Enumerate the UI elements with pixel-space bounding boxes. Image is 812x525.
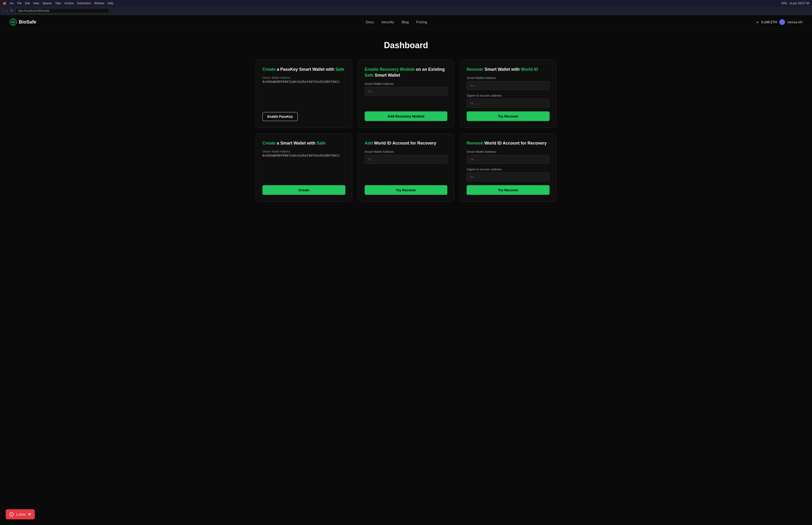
os-bar: 🍎 Arc File Edit View Spaces Tabs Archive… [0,0,812,6]
owner-label: Owner Wallet Address [262,76,346,79]
title-keyword: Add [365,141,373,146]
battery-indicator: 50% [781,2,787,5]
smart-wallet-address-input-3[interactable] [466,155,550,164]
main-nav: Docs Security Blog Pricing [366,20,427,24]
error-toast: ! 1 error ✕ [6,509,35,519]
try-recover-button-2[interactable]: Try Recover [365,185,448,195]
signer-address-input[interactable] [466,99,550,108]
title-accent: Safe [317,141,325,146]
nav-security[interactable]: Security [381,20,394,24]
svg-point-3 [13,21,14,23]
biosafe-logo-icon [10,18,17,26]
title-text: a PassKey Smart Wallet with [277,67,335,72]
page-title: Dashboard [10,41,802,50]
edit-menu[interactable]: Edit [25,2,30,5]
apple-menu[interactable]: 🍎 [3,2,6,5]
field-label-1: Smart Wallet Address [466,150,550,153]
card-title-recover-world-id: Recover Smart Wallet with World ID [466,66,550,72]
os-bar-right: 50% 14 juil. 08:57:39 [781,2,809,5]
toast-close-button[interactable]: ✕ [28,512,31,516]
view-menu[interactable]: View [33,2,39,5]
logo[interactable]: BioSafe [10,18,36,26]
help-menu[interactable]: Help [108,2,113,5]
field-smart-wallet: Smart Wallet Address [365,82,448,96]
window-menu[interactable]: Window [94,2,104,5]
field-smart-wallet: Smart Wallet Address [466,150,550,164]
spaces-menu[interactable]: Spaces [43,2,52,5]
card-title-enable-recovery: Enable Recovery Module on an Existing Sa… [365,66,448,78]
field-label: Smart Wallet Address [365,150,448,153]
card-title-remove-world-id: Remove World ID Account for Recovery [466,140,550,146]
card-title-add-world-id: Add World ID Account for Recovery [365,140,448,146]
smart-wallet-address-input[interactable] [466,81,550,90]
card-enable-recovery: Enable Recovery Module on an Existing Sa… [358,60,455,128]
owner-address: 0x458aBd98f89A72a0c5a26af46f42a2E180CF9d… [262,154,346,157]
owner-label: Owner Wallet Address [262,150,346,153]
title-keyword: Create [262,141,276,146]
field-label-2: Signer to recover address [466,168,550,171]
toast-message: 1 error [16,512,26,516]
nav-blog[interactable]: Blog [401,20,409,24]
title-keyword: Recover [466,67,483,72]
owner-info: Owner Wallet Address 0x458aBd98f89A72a0c… [262,150,346,157]
browser-refresh-icon[interactable]: ↻ [10,9,13,13]
time-display: 14 juil. 08:57:39 [789,2,809,5]
field-label: Smart Wallet Address [365,82,448,86]
smart-wallet-address-input[interactable] [365,87,448,96]
toast-error-icon: ! [10,512,14,516]
field-smart-wallet: Smart Wallet Address [365,150,448,164]
nav-pricing[interactable]: Pricing [416,20,427,24]
avatar [779,19,785,25]
title-keyword: Remove [466,141,483,146]
try-recover-button-3[interactable]: Try Recover [466,185,550,195]
add-recovery-module-button[interactable]: Add Recovery Module [365,111,448,121]
archive-menu[interactable]: Archive [64,2,74,5]
title-keyword: Enable Recovery Module [365,67,415,72]
arc-label: Arc [10,2,14,5]
field-smart-wallet: Smart Wallet Address [466,76,550,90]
file-menu[interactable]: File [17,2,21,5]
title-accent: Safe [365,73,373,77]
card-title-create-safe: Create a Smart Wallet with Safe [262,140,346,146]
extensions-menu[interactable]: Extensions [77,2,91,5]
try-recover-button-1[interactable]: Try Recover [466,111,550,121]
wallet-name: weeaa.eth [787,20,802,24]
title-text: World ID Account for Recovery [484,141,547,146]
title-suffix: Smart Wallet [375,73,400,77]
title-accent: Safe [335,67,344,72]
card-create-passkey: Create a PassKey Smart Wallet with Safe … [256,60,352,128]
eth-amount: 0.248 ETH [761,20,777,24]
tabs-menu[interactable]: Tabs [55,2,61,5]
field-label-1: Smart Wallet Address [466,76,550,80]
main-content: Dashboard Create a PassKey Smart Wallet … [0,29,812,213]
logo-text: BioSafe [19,19,36,25]
app-header: BioSafe Docs Security Blog Pricing ◈ 0.2… [0,15,812,29]
browser-bar: ‹ › ↻ http://localhost:3003/safe [0,6,812,15]
title-accent: World ID [521,67,538,72]
eth-icon: ◈ [756,20,759,24]
title-text: a Smart Wallet with [277,141,317,146]
title-keyword: Create [262,67,276,72]
owner-address: 0x458aBd98f89A72a0c5a26af46f42a2E180CF9d… [262,80,346,84]
title-text: Smart Wallet with [485,67,521,72]
field-label-2: Signer to recover address [466,94,550,97]
cards-grid: Create a PassKey Smart Wallet with Safe … [256,60,556,201]
create-button[interactable]: Create [262,185,346,195]
card-title-create-passkey: Create a PassKey Smart Wallet with Safe [262,66,346,72]
owner-info: Owner Wallet Address 0x458aBd98f89A72a0c… [262,76,346,84]
field-signer: Signer to recover address [466,94,550,108]
title-text: World ID Account for Recovery [374,141,436,146]
smart-wallet-address-input-2[interactable] [365,155,448,164]
os-bar-left: 🍎 Arc File Edit View Spaces Tabs Archive… [3,2,113,5]
nav-docs[interactable]: Docs [366,20,374,24]
wallet-info[interactable]: ◈ 0.248 ETH weeaa.eth [756,19,802,25]
card-create-safe: Create a Smart Wallet with Safe Owner Wa… [256,134,352,201]
url-bar[interactable]: http://localhost:3003/safe [16,8,109,13]
field-signer: Signer to recover address [466,168,550,181]
signer-address-input-2[interactable] [466,172,550,181]
enable-passkey-button[interactable]: Enable PassKey [262,112,298,121]
card-remove-world-id: Remove World ID Account for Recovery Sma… [460,134,556,201]
browser-back-icon[interactable]: ‹ [3,9,4,13]
title-text: on an Existing [416,67,445,72]
browser-forward-icon[interactable]: › [6,9,7,13]
